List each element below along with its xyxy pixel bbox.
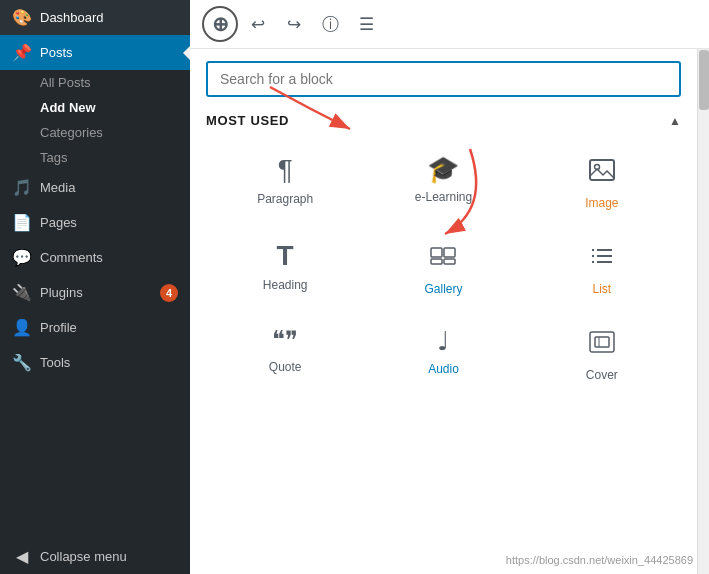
pages-icon: 📄 (12, 213, 32, 232)
svg-rect-4 (431, 259, 442, 264)
block-item-quote[interactable]: ❝❞ Quote (206, 316, 364, 394)
sidebar-item-label: Comments (40, 250, 178, 265)
block-label: Cover (586, 368, 618, 382)
elearning-icon: 🎓 (427, 156, 459, 182)
svg-rect-0 (590, 160, 614, 180)
undo-button[interactable]: ↩ (242, 8, 274, 40)
inserter-wrapper: Most Used ▲ ¶ Paragraph 🎓 e-Learning (190, 49, 709, 574)
blocks-grid: ¶ Paragraph 🎓 e-Learning (206, 144, 681, 394)
sidebar: 🎨 Dashboard 📌 Posts All Posts Add New Ca… (0, 0, 190, 574)
sidebar-item-label: Plugins (40, 285, 152, 300)
tools-icon: 🔧 (12, 353, 32, 372)
redo-icon: ↪ (287, 14, 301, 35)
block-label: e-Learning (415, 190, 472, 204)
svg-rect-5 (444, 259, 455, 264)
sidebar-item-label: Collapse menu (40, 549, 178, 564)
collapse-icon: ◀ (12, 547, 32, 566)
block-item-list[interactable]: List (523, 230, 681, 308)
audio-icon: ♩ (437, 328, 449, 354)
sidebar-item-pages[interactable]: 📄 Pages (0, 205, 190, 240)
search-input[interactable] (206, 61, 681, 97)
block-label: Image (585, 196, 618, 210)
block-item-paragraph[interactable]: ¶ Paragraph (206, 144, 364, 222)
section-collapse-btn[interactable]: ▲ (669, 114, 681, 128)
dashboard-icon: 🎨 (12, 8, 32, 27)
block-item-heading[interactable]: T Heading (206, 230, 364, 308)
svg-rect-12 (590, 332, 614, 352)
block-label: Quote (269, 360, 302, 374)
block-item-cover[interactable]: Cover (523, 316, 681, 394)
block-inserter: Most Used ▲ ¶ Paragraph 🎓 e-Learning (190, 49, 697, 574)
sidebar-item-label: Media (40, 180, 178, 195)
sidebar-item-profile[interactable]: 👤 Profile (0, 310, 190, 345)
redo-button[interactable]: ↪ (278, 8, 310, 40)
gallery-icon (429, 242, 457, 274)
block-label: List (592, 282, 611, 296)
section-title: Most Used (206, 113, 289, 128)
sidebar-item-tools[interactable]: 🔧 Tools (0, 345, 190, 380)
add-icon: ⊕ (212, 12, 229, 36)
sidebar-item-label: Posts (40, 45, 178, 60)
scroll-thumb[interactable] (699, 50, 709, 110)
toolbar: ⊕ ↩ ↪ ⓘ ☰ (190, 0, 709, 49)
block-item-image[interactable]: Image (523, 144, 681, 222)
block-label: Gallery (424, 282, 462, 296)
section-header: Most Used ▲ (206, 113, 681, 128)
block-item-gallery[interactable]: Gallery (364, 230, 522, 308)
sidebar-item-label: Profile (40, 320, 178, 335)
cover-icon (588, 328, 616, 360)
sidebar-collapse[interactable]: ◀ Collapse menu (0, 539, 190, 574)
block-label: Paragraph (257, 192, 313, 206)
sidebar-item-label: Pages (40, 215, 178, 230)
profile-icon: 👤 (12, 318, 32, 337)
sidebar-item-label: Dashboard (40, 10, 178, 25)
svg-rect-13 (595, 337, 609, 347)
undo-icon: ↩ (251, 14, 265, 35)
sidebar-item-media[interactable]: 🎵 Media (0, 170, 190, 205)
scrollbar[interactable] (697, 49, 709, 574)
block-item-audio[interactable]: ♩ Audio (364, 316, 522, 394)
main-area: ⊕ ↩ ↪ ⓘ ☰ Most Used ▲ (190, 0, 709, 574)
sidebar-item-all-posts[interactable]: All Posts (0, 70, 190, 95)
sidebar-item-plugins[interactable]: 🔌 Plugins 4 (0, 275, 190, 310)
posts-submenu: All Posts Add New Categories Tags (0, 70, 190, 170)
block-label: Heading (263, 278, 308, 292)
menu-icon: ☰ (359, 14, 374, 35)
sidebar-item-comments[interactable]: 💬 Comments (0, 240, 190, 275)
sidebar-item-categories[interactable]: Categories (0, 120, 190, 145)
url-bar: https://blog.csdn.net/weixin_44425869 (506, 554, 693, 566)
paragraph-icon: ¶ (278, 156, 293, 184)
image-icon (588, 156, 616, 188)
svg-rect-2 (431, 248, 442, 257)
sidebar-item-tags[interactable]: Tags (0, 145, 190, 170)
add-block-button[interactable]: ⊕ (202, 6, 238, 42)
info-button[interactable]: ⓘ (314, 8, 346, 40)
list-icon (588, 242, 616, 274)
block-label: Audio (428, 362, 459, 376)
svg-rect-3 (444, 248, 455, 257)
comments-icon: 💬 (12, 248, 32, 267)
sidebar-item-dashboard[interactable]: 🎨 Dashboard (0, 0, 190, 35)
media-icon: 🎵 (12, 178, 32, 197)
sidebar-item-label: Tools (40, 355, 178, 370)
plugins-icon: 🔌 (12, 283, 32, 302)
sidebar-item-posts[interactable]: 📌 Posts (0, 35, 190, 70)
quote-icon: ❝❞ (272, 328, 298, 352)
heading-icon: T (277, 242, 294, 270)
block-item-elearning[interactable]: 🎓 e-Learning (364, 144, 522, 222)
posts-icon: 📌 (12, 43, 32, 62)
sidebar-item-add-new[interactable]: Add New (0, 95, 190, 120)
plugins-badge: 4 (160, 284, 178, 302)
info-icon: ⓘ (322, 13, 339, 36)
menu-button[interactable]: ☰ (350, 8, 382, 40)
